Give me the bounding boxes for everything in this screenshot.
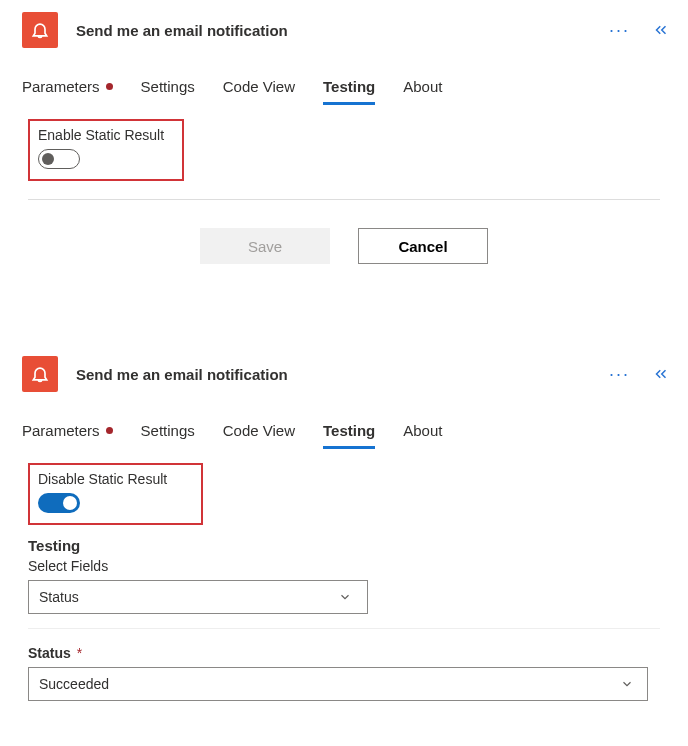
status-label-text: Status (28, 645, 71, 661)
status-dropdown[interactable]: Succeeded (28, 667, 648, 701)
highlight-annotation: Enable Static Result (28, 119, 184, 181)
toggle-knob (42, 153, 54, 165)
tab-parameters[interactable]: Parameters (22, 416, 113, 449)
save-button: Save (200, 228, 330, 264)
static-result-toggle[interactable] (38, 493, 80, 513)
static-result-toggle-label: Enable Static Result (38, 127, 164, 143)
select-fields-label: Select Fields (28, 558, 660, 574)
panel-gap (0, 294, 688, 344)
notification-app-icon (22, 12, 58, 48)
dirty-indicator-icon (106, 83, 113, 90)
tab-bar: Parameters Settings Code View Testing Ab… (0, 404, 688, 449)
field-divider (28, 628, 660, 629)
status-label: Status * (28, 645, 660, 661)
toggle-knob (63, 496, 77, 510)
tab-label: About (403, 78, 442, 95)
panel-toggle-on: Send me an email notification ··· Parame… (0, 344, 688, 735)
tab-label: Testing (323, 78, 375, 95)
tab-bar: Parameters Settings Code View Testing Ab… (0, 60, 688, 105)
chevron-double-left-icon (652, 365, 670, 383)
dirty-indicator-icon (106, 427, 113, 434)
panel-title: Send me an email notification (76, 22, 609, 39)
static-result-toggle-label: Disable Static Result (38, 471, 167, 487)
tab-code-view[interactable]: Code View (223, 72, 295, 105)
static-result-toggle[interactable] (38, 149, 80, 169)
select-fields-wrap: Status (28, 580, 660, 614)
tab-testing[interactable]: Testing (323, 416, 375, 449)
tab-label: Parameters (22, 422, 100, 439)
panel-header: Send me an email notification ··· (0, 344, 688, 404)
tab-label: Code View (223, 422, 295, 439)
more-menu-button[interactable]: ··· (609, 20, 630, 41)
select-fields-dropdown[interactable]: Status (28, 580, 368, 614)
bell-icon (30, 20, 50, 40)
tab-about[interactable]: About (403, 72, 442, 105)
required-indicator: * (77, 645, 82, 661)
tab-code-view[interactable]: Code View (223, 416, 295, 449)
tab-label: Parameters (22, 78, 100, 95)
notification-app-icon (22, 356, 58, 392)
tab-label: Code View (223, 78, 295, 95)
panel-toggle-off: Send me an email notification ··· Parame… (0, 0, 688, 294)
tab-settings[interactable]: Settings (141, 72, 195, 105)
panel-header: Send me an email notification ··· (0, 0, 688, 60)
status-wrap: Succeeded (28, 667, 660, 701)
tab-about[interactable]: About (403, 416, 442, 449)
tab-label: About (403, 422, 442, 439)
select-fields-value: Status (39, 589, 79, 605)
chevron-double-left-icon (652, 21, 670, 39)
collapse-button[interactable] (652, 21, 670, 39)
tab-label: Settings (141, 78, 195, 95)
tab-body: Enable Static Result (0, 105, 688, 181)
testing-section-heading: Testing (28, 537, 660, 554)
tab-settings[interactable]: Settings (141, 416, 195, 449)
tab-testing[interactable]: Testing (323, 72, 375, 105)
cancel-button[interactable]: Cancel (358, 228, 488, 264)
status-value: Succeeded (39, 676, 109, 692)
more-menu-button[interactable]: ··· (609, 364, 630, 385)
header-actions: ··· (609, 364, 670, 385)
action-row: Save Cancel (0, 200, 688, 274)
tab-body: Disable Static Result Testing Select Fie… (0, 449, 688, 701)
collapse-button[interactable] (652, 365, 670, 383)
tab-label: Testing (323, 422, 375, 439)
header-actions: ··· (609, 20, 670, 41)
tab-label: Settings (141, 422, 195, 439)
panel-title: Send me an email notification (76, 366, 609, 383)
tab-parameters[interactable]: Parameters (22, 72, 113, 105)
bell-icon (30, 364, 50, 384)
highlight-annotation: Disable Static Result (28, 463, 203, 525)
